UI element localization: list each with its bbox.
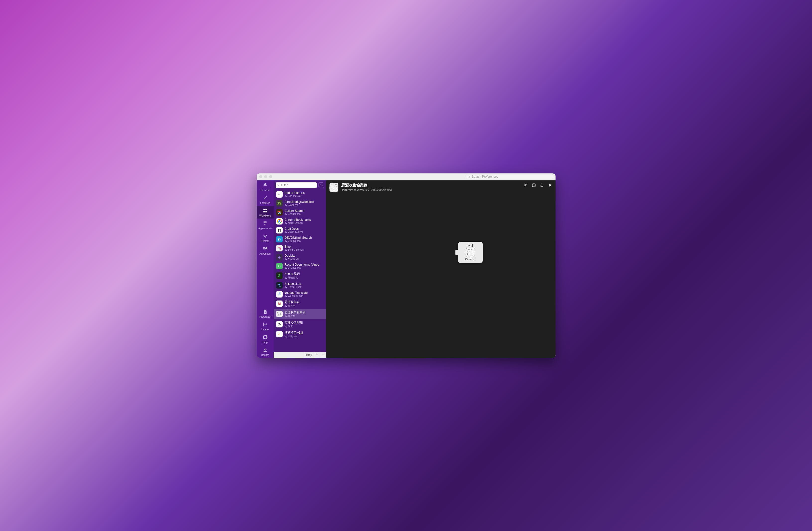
workflow-item-author: by Hause Lin [285,257,299,260]
remove-workflow-button[interactable]: − [320,352,326,358]
nav-general[interactable]: General [257,180,274,193]
workflow-icon[interactable] [330,183,338,192]
workflow-item-icon: ✓ [276,331,282,337]
search-icon [468,176,470,178]
workflow-item-author: by 敲响阳光 [285,276,300,280]
workflow-item-title: SnippetsLab [285,282,302,285]
search-preferences-input[interactable]: Search Preferences [466,174,553,179]
nav-help[interactable]: Help [257,332,274,345]
workflow-subtitle: 使用 Aflrd 快速发送笔记至思源笔记收集箱 [342,188,521,192]
node-type-label: Keyword [465,258,475,261]
nav-advanced[interactable]: Advanced [257,244,274,257]
download-icon [262,347,268,353]
left-sidebar: General Features Workflows Appearance Re… [257,180,274,358]
workflow-list-item[interactable]: ⚗SnippetsLabby Renfei Song [274,281,326,290]
workflow-item-title: 思源收集箱案例 [285,310,306,315]
search-icon [277,184,280,186]
workflow-item-title: Craft Docs [285,227,303,230]
minimize-window-button[interactable] [264,175,267,178]
canvas-header-actions [524,183,552,187]
workflow-item-author: by Giang Vo [285,204,314,206]
workflow-list-item[interactable]: 译Youdao Translateby WensonSmith [274,290,326,299]
zoom-window-button[interactable] [269,175,272,178]
workflow-item-title: Calibre Search [285,209,304,212]
close-window-button[interactable] [259,175,262,178]
node-output-connector[interactable] [455,250,459,255]
workflow-item-icon: 译 [276,291,282,297]
svg-point-5 [549,184,551,186]
workflow-item-author: by 麦麦 [285,325,303,328]
workflow-item-author: by Charles Ma [285,239,312,242]
filter-options-button[interactable] [318,182,324,188]
share-icon[interactable] [540,183,544,187]
add-box-icon[interactable] [532,183,536,187]
workflow-node-keyword[interactable]: sybj Keyword [458,242,483,263]
list-footer: Help + − [274,352,326,358]
sliders-icon [262,246,268,251]
workflow-item-title: Add to TickTick [285,191,305,195]
filter-input[interactable]: Filter [276,182,317,188]
nav-usage[interactable]: Usage [257,320,274,332]
nav-remote-label: Remote [257,240,274,242]
workflow-item-author: by Vitaliy Kudryk [285,230,303,233]
workflow-list-item[interactable]: M思源收集箱by 麦先生 [274,299,326,309]
search-preferences-placeholder: Search Preferences [472,175,498,178]
workflow-item-title: 打开 QQ 邮箱 [285,320,303,325]
workflow-list-item[interactable]: SSeeds 思记by 敲响阳光 [274,270,326,281]
workflow-list-item[interactable]: 🦄Emojby Sindre Sorhus [274,244,326,253]
workflow-item-author: by Carl Mercier [285,195,305,197]
workflow-item-icon: 🦄 [276,245,282,251]
workflow-item-icon: ⚗ [276,282,282,289]
help-button[interactable]: Help [304,352,314,358]
workflow-canvas[interactable]: sybj Keyword [326,194,555,358]
workflow-item-icon: 📚 [276,209,282,215]
workflow-list-item[interactable]: 📚Calibre Searchby Charles Ma [274,208,326,217]
workflow-list-item[interactable]: ↻Recent Documents / Appsby Charles Ma [274,262,326,270]
node-placeholder-icon [466,248,475,257]
nav-appearance-label: Appearance [257,227,274,230]
nav-general-label: General [257,189,274,192]
workflow-item-title: 思源收集箱 [285,300,300,304]
app-window: Search Preferences General Features Work… [257,173,555,358]
workflow-title: 思源收集箱案例 [342,183,521,187]
workflow-item-author: by Marat Dreizin [285,222,311,224]
add-workflow-button[interactable]: + [314,352,320,358]
debug-icon[interactable] [548,183,552,187]
workflow-item-icon [276,311,282,317]
workflow-list[interactable]: ✓Add to TickTickby Carl MercierJSAlfredN… [274,190,326,352]
workflow-list-item[interactable]: 思源收集箱案例by 麦先生 [274,309,326,319]
workflow-item-author: by Charles Ma [285,266,319,269]
workflow-list-item[interactable]: JSAlfredNodejsWorkflowby Giang Vo [274,199,326,208]
workflow-item-title: Chrome Bookmarks [285,218,311,222]
workflow-item-title: Youdao Translate [285,291,308,295]
workflow-list-item[interactable]: ◐DEVONthink Searchby Charles Ma [274,235,326,244]
workflow-list-item[interactable]: Chrome Bookmarksby Marat Dreizin [274,217,326,226]
workflow-list-item[interactable]: ✓Add to TickTickby Carl Mercier [274,190,326,199]
filter-bar: Filter [274,180,326,190]
left-sidebar-bottom: Powerpack Usage Help Update [257,307,274,358]
hat-icon [262,182,268,188]
workflow-item-icon: ◆ [276,254,282,261]
workflow-sidebar: Filter ✓Add to TickTickby Carl MercierJS… [274,180,326,358]
workflow-list-item[interactable]: ◔打开 QQ 邮箱by 麦麦 [274,319,326,330]
workflow-list-item[interactable]: ◧Craft Docsby Vitaliy Kudryk [274,226,326,235]
workflow-item-author: by Renfei Song [285,285,302,288]
nav-update[interactable]: Update [257,345,274,358]
nav-remote[interactable]: Remote [257,231,274,244]
workflow-item-icon: JS [276,200,282,207]
variables-icon[interactable] [524,183,528,187]
workflow-item-author: by Charles Ma [285,212,304,215]
workflow-item-title: DEVONthink Search [285,236,312,239]
workflow-list-item[interactable]: ◆Obsidianby Hause Lin [274,253,326,262]
body: General Features Workflows Appearance Re… [257,180,555,358]
nav-usage-label: Usage [257,328,274,331]
nav-appearance[interactable]: Appearance [257,219,274,231]
workflow-item-title: Seeds 思记 [285,272,300,276]
workflow-item-icon: M [276,301,282,307]
remote-icon [262,233,268,239]
paint-roller-icon [262,221,268,226]
nav-powerpack[interactable]: Powerpack [257,307,274,320]
workflow-list-item[interactable]: ✓滴答清单 v1.8by Jedy Wu [274,330,326,339]
nav-features[interactable]: Features [257,193,274,206]
nav-workflows[interactable]: Workflows [257,206,274,219]
